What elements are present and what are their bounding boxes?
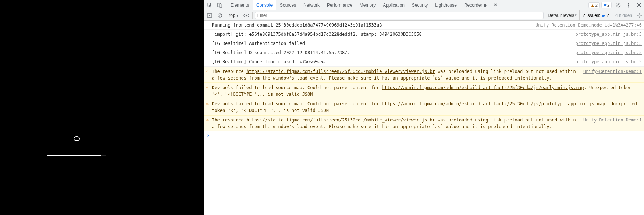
- log-row: [LG Realtime] Connection closed: ▶CloseE…: [204, 57, 644, 67]
- info-count: 2: [607, 3, 609, 7]
- tab-memory[interactable]: Memory: [356, 0, 379, 10]
- log-source-link[interactable]: prototype_app.min.js.br:5: [575, 49, 642, 56]
- tab-security[interactable]: Security: [408, 0, 431, 10]
- tab-elements[interactable]: Elements: [227, 0, 253, 10]
- issues-label: 2 Issues:: [583, 13, 600, 18]
- log-message: Running frontend commit 25f30cdddb1d8a74…: [212, 22, 536, 28]
- tab-performance[interactable]: Performance: [323, 0, 356, 10]
- sidebar-toggle-icon[interactable]: [204, 10, 215, 21]
- log-row-warning: The resource https://static.figma.com/fu…: [204, 115, 644, 131]
- log-row: [LG Realtime] Authentication failed prot…: [204, 39, 644, 48]
- info-badge[interactable]: ▰ 2: [601, 2, 612, 8]
- loading-spinner-icon: [74, 136, 80, 141]
- svg-point-10: [246, 14, 247, 16]
- log-levels-selector[interactable]: Default levels: [545, 10, 579, 21]
- log-row: [LG Realtime] Disconnected 2022-12-08T14…: [204, 48, 644, 57]
- console-settings-icon[interactable]: [635, 13, 644, 18]
- log-message: DevTools failed to load source map: Coul…: [212, 101, 642, 114]
- expand-triangle-icon[interactable]: ▶: [300, 60, 302, 64]
- svg-point-11: [639, 15, 640, 16]
- loading-progress-fill: [47, 155, 101, 156]
- close-devtools-icon[interactable]: [634, 0, 644, 10]
- log-text: DevTools failed to load source map: Coul…: [212, 101, 382, 106]
- log-message: The resource https://static.figma.com/fu…: [212, 68, 583, 81]
- filter-input[interactable]: [255, 12, 544, 19]
- tab-lighthouse[interactable]: Lighthouse: [431, 0, 460, 10]
- tab-network[interactable]: Network: [300, 0, 323, 10]
- log-text: [LG Realtime] Connection closed:: [212, 59, 299, 64]
- issues-count: 2: [606, 13, 609, 18]
- svg-point-6: [628, 6, 629, 7]
- log-link[interactable]: https://static.figma.com/fullscreen/25f3…: [246, 117, 435, 123]
- svg-rect-2: [220, 4, 222, 7]
- tab-application[interactable]: Application: [379, 0, 408, 10]
- divider: [226, 2, 226, 8]
- log-text: The resource: [212, 117, 246, 123]
- log-source-link[interactable]: Unify-Retention-Demo:1: [583, 117, 642, 130]
- tab-recorder[interactable]: Recorder ⬣: [460, 0, 490, 10]
- device-toolbar-icon[interactable]: [215, 0, 225, 10]
- warnings-count: 2: [595, 3, 598, 7]
- devtools-tabs: Elements Console Sources Network Perform…: [204, 0, 644, 10]
- tab-sources[interactable]: Sources: [276, 0, 300, 10]
- tab-console[interactable]: Console: [253, 0, 276, 10]
- log-text: DevTools failed to load source map: Coul…: [212, 85, 382, 90]
- log-source-link[interactable]: prototype_app.min.js.br:5: [575, 40, 642, 47]
- text-cursor: [212, 133, 212, 138]
- log-message: DevTools failed to load source map: Coul…: [212, 84, 642, 98]
- log-source-link[interactable]: prototype_app.min.js.br:5: [575, 59, 642, 65]
- info-icon: ▰: [604, 3, 606, 7]
- console-prompt[interactable]: [204, 131, 644, 139]
- divider: [226, 12, 226, 19]
- svg-point-5: [628, 4, 629, 6]
- issues-icon: ▰: [602, 13, 605, 18]
- log-link[interactable]: https://static.figma.com/fullscreen/25f3…: [246, 69, 435, 74]
- log-source-link[interactable]: prototype_app.min.js.br:5: [575, 31, 642, 38]
- warnings-badge[interactable]: ▲ 2: [588, 2, 600, 8]
- recorder-preview-icon: ⬣: [484, 4, 487, 7]
- kebab-menu-icon[interactable]: [623, 0, 634, 10]
- svg-point-3: [618, 4, 619, 6]
- console-log-area: Running frontend commit 25f30cdddb1d8a74…: [204, 21, 644, 215]
- console-toolbar: top Default levels 2 Issues: ▰ 2 4 hidde…: [204, 10, 644, 21]
- log-row: Running frontend commit 25f30cdddb1d8a74…: [204, 21, 644, 30]
- devtools-panel: Elements Console Sources Network Perform…: [204, 0, 644, 215]
- issues-button[interactable]: 2 Issues: ▰ 2: [579, 10, 612, 21]
- divider: [252, 12, 253, 19]
- inspect-element-icon[interactable]: [204, 0, 215, 10]
- log-link[interactable]: https://admin.figma.com/admin/esbuild-ar…: [382, 85, 584, 90]
- log-row-warning: DevTools failed to load source map: Coul…: [204, 83, 644, 99]
- log-source-link[interactable]: Unify-Retention-Demo…node-id=1%3A4277:46: [536, 22, 642, 28]
- log-text: The resource: [212, 69, 246, 74]
- log-row-warning: DevTools failed to load source map: Coul…: [204, 99, 644, 115]
- log-message: [LG Realtime] Disconnected 2022-12-08T14…: [212, 49, 575, 56]
- context-selector[interactable]: top: [227, 12, 241, 19]
- log-row: [import] git: e56fe8091375dbf6a57d4a954b…: [204, 30, 644, 39]
- loading-progress-bar: [47, 155, 106, 156]
- close-event-object[interactable]: CloseEvent: [303, 59, 325, 64]
- log-row-warning: The resource https://static.figma.com/fu…: [204, 67, 644, 83]
- more-tabs-icon[interactable]: [490, 0, 501, 10]
- svg-point-4: [628, 3, 629, 4]
- log-message: The resource https://static.figma.com/fu…: [212, 117, 583, 130]
- log-message: [LG Realtime] Connection closed: ▶CloseE…: [212, 59, 575, 65]
- clear-console-icon[interactable]: [215, 10, 225, 21]
- warning-icon: ▲: [591, 3, 595, 7]
- log-message: [LG Realtime] Authentication failed: [212, 40, 575, 47]
- log-link[interactable]: https://admin.figma.com/admin/esbuild-ar…: [382, 101, 605, 106]
- hidden-messages[interactable]: 4 hidden: [612, 10, 635, 21]
- app-preview-pane: [0, 0, 204, 215]
- live-expression-icon[interactable]: [241, 10, 252, 21]
- log-message: [import] git: e56fe8091375dbf6a57d4a954b…: [212, 31, 575, 38]
- log-source-link[interactable]: Unify-Retention-Demo:1: [583, 68, 642, 81]
- settings-gear-icon[interactable]: [613, 0, 623, 10]
